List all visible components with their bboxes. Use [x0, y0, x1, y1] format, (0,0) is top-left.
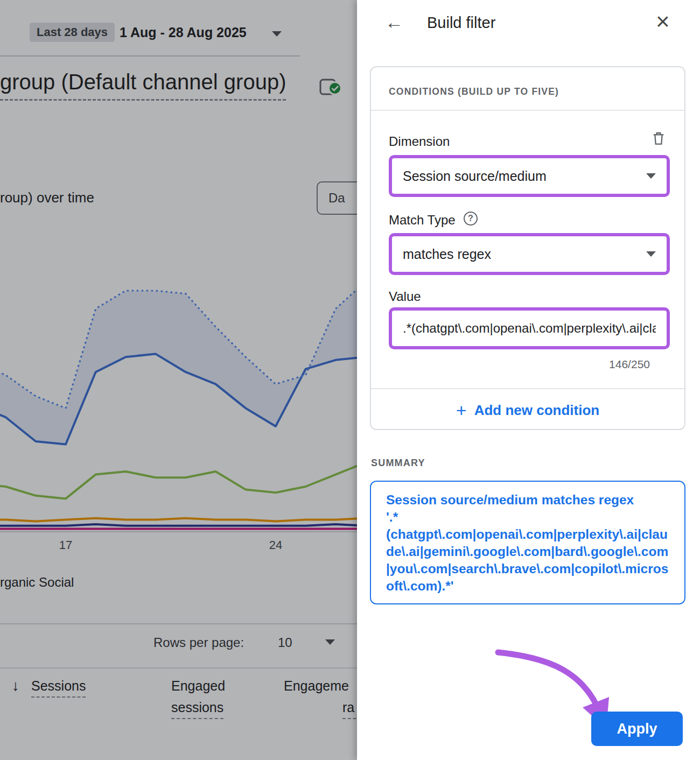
chevron-down-icon[interactable] — [646, 173, 656, 179]
edit-chart-icon[interactable] — [318, 75, 344, 103]
column-header-sessions[interactable]: Sessions — [31, 678, 86, 698]
character-count: 146/250 — [609, 358, 650, 371]
delete-icon[interactable] — [650, 130, 667, 149]
report-background: Last 28 days 1 Aug - 28 Aug 2025 group (… — [0, 0, 357, 760]
build-filter-panel: ← Build filter × CONDITIONS (BUILD UP TO… — [357, 0, 700, 760]
rows-per-page-label: Rows per page: — [153, 635, 244, 650]
chevron-down-icon[interactable] — [325, 639, 335, 645]
match-type-label: Match Type — [389, 213, 456, 228]
back-arrow-icon[interactable]: ← — [385, 13, 403, 31]
sessions-chart: 1724 — [0, 230, 357, 553]
card-divider — [371, 110, 684, 111]
chevron-down-icon[interactable] — [646, 251, 656, 257]
date-range-selector[interactable]: 1 Aug - 28 Aug 2025 — [120, 25, 247, 40]
column-header-engagement-rate[interactable]: Engageme — [284, 678, 349, 694]
svg-text:17: 17 — [59, 538, 72, 552]
legend-item-organic-social[interactable]: rganic Social — [0, 575, 74, 590]
chevron-down-icon[interactable] — [272, 31, 282, 37]
header-divider — [0, 55, 300, 57]
report-dimension-title[interactable]: group (Default channel group) — [0, 70, 286, 101]
summary-text: Session source/medium matches regex '.* … — [386, 491, 669, 595]
plus-icon: + — [456, 400, 467, 421]
match-type-annotation-box: matches regex — [389, 233, 670, 275]
sort-descending-icon[interactable]: ↓ — [12, 677, 19, 694]
summary-box: Session source/medium matches regex '.* … — [370, 481, 685, 604]
close-icon[interactable]: × — [656, 10, 670, 33]
add-new-condition-button[interactable]: + Add new condition — [371, 389, 684, 431]
column-header-engaged-sessions-line2[interactable]: sessions — [171, 700, 223, 719]
value-annotation-box — [389, 307, 670, 349]
summary-header: SUMMARY — [371, 458, 425, 469]
match-type-dropdown[interactable]: matches regex — [403, 247, 491, 262]
apply-button[interactable]: Apply — [591, 712, 683, 746]
rows-per-page-select[interactable]: 10 — [278, 635, 292, 650]
granularity-button[interactable]: Da — [317, 181, 357, 215]
help-icon[interactable]: ? — [464, 212, 478, 226]
value-label: Value — [389, 289, 421, 304]
dimension-label: Dimension — [389, 134, 450, 149]
column-header-engagement-rate-line2[interactable]: ra — [342, 700, 357, 719]
table-header-divider — [0, 667, 357, 668]
value-input[interactable] — [403, 321, 656, 336]
dimension-dropdown[interactable]: Session source/medium — [403, 168, 547, 184]
date-preset-chip: Last 28 days — [30, 23, 115, 42]
chart-title: roup) over time — [0, 189, 94, 206]
add-new-condition-label: Add new condition — [474, 402, 600, 419]
conditions-header: CONDITIONS (BUILD UP TO FIVE) — [389, 86, 559, 97]
panel-title: Build filter — [427, 14, 495, 32]
svg-text:24: 24 — [269, 538, 282, 552]
dimension-annotation-box: Session source/medium — [389, 155, 670, 197]
table-top-divider — [0, 623, 357, 624]
column-header-engaged-sessions[interactable]: Engaged — [171, 678, 225, 694]
conditions-card: CONDITIONS (BUILD UP TO FIVE) Dimension … — [370, 66, 685, 430]
